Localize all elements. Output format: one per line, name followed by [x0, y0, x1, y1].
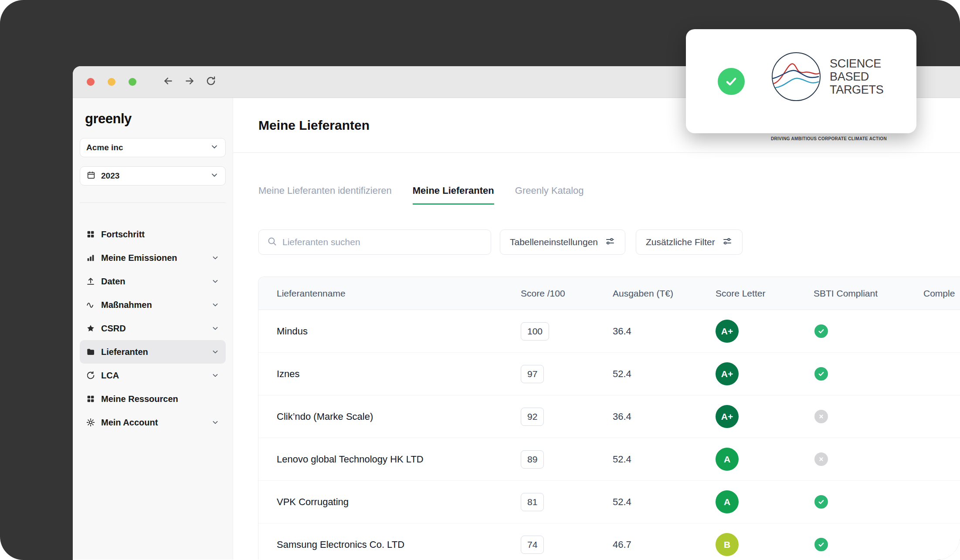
sbti-check-icon [814, 495, 828, 509]
sidebar-item-label: Meine Emissionen [101, 253, 177, 263]
sbti-x-icon [814, 410, 828, 423]
tab-meine-lieferanten-identifizieren[interactable]: Meine Lieferanten identifizieren [258, 185, 392, 205]
extra-filters-label: Zusätzliche Filter [646, 237, 715, 247]
sidebar-item-massnahmen[interactable]: Maßnahmen [80, 293, 226, 317]
sidebar-item-label: Lieferanten [101, 347, 148, 357]
sidebar-item-meine-emissionen[interactable]: Meine Emissionen [80, 246, 226, 270]
folder-icon [86, 347, 95, 357]
star-icon [86, 324, 95, 333]
sbti-check-icon [814, 538, 828, 551]
sidebar-item-label: Daten [101, 277, 126, 287]
sidebar-item-label: Mein Account [101, 418, 158, 428]
spend-value: 36.4 [613, 411, 716, 422]
sidebar-item-label: Maßnahmen [101, 300, 152, 310]
tab-bar: Meine Lieferanten identifizieren Meine L… [258, 185, 960, 205]
table-header-row: Lieferantenname Score /100 Ausgaben (T€)… [258, 277, 960, 310]
supplier-name: Samsung Electronics Co. LTD [277, 539, 521, 550]
table-row[interactable]: VPK Corrugating 81 52.4 A [258, 481, 960, 523]
table-row[interactable]: Lenovo global Technology HK LTD 89 52.4 … [258, 438, 960, 481]
score-letter-badge: A [716, 448, 739, 471]
sidebar-item-label: Meine Ressourcen [101, 394, 178, 404]
sidebar-item-lieferanten[interactable]: Lieferanten [80, 340, 226, 364]
search-icon [267, 236, 277, 248]
chevron-down-icon [210, 142, 219, 153]
forward-icon[interactable] [184, 75, 195, 88]
sidebar-item-label: Fortschritt [101, 229, 145, 240]
supplier-name: VPK Corrugating [277, 496, 521, 508]
company-selector-value: Acme inc [86, 143, 204, 152]
table-row[interactable]: Mindus 100 36.4 A+ [258, 310, 960, 353]
window-close-button[interactable] [87, 78, 95, 86]
table-toolbar: Tabelleneinstellungen Zusätzliche Filter [258, 229, 960, 255]
greenly-logo: greenly [85, 111, 226, 127]
tab-meine-lieferanten[interactable]: Meine Lieferanten [413, 185, 494, 205]
supplier-name: Iznes [277, 368, 521, 380]
sidebar-item-label: LCA [101, 371, 119, 381]
score-chip: 74 [521, 536, 544, 554]
score-chip: 100 [521, 322, 549, 341]
window-controls [87, 78, 136, 86]
table-settings-label: Tabelleneinstellungen [510, 237, 598, 247]
spend-value: 36.4 [613, 326, 716, 337]
upload-icon [86, 277, 95, 286]
tab-greenly-katalog[interactable]: Greenly Katalog [515, 185, 584, 205]
dashboard-grid-icon [86, 394, 95, 404]
gear-icon [86, 418, 95, 427]
sidebar-item-label: CSRD [101, 324, 126, 334]
table-settings-button[interactable]: Tabelleneinstellungen [500, 229, 625, 255]
window-zoom-button[interactable] [129, 78, 136, 86]
sbti-check-icon [814, 367, 828, 381]
chevron-down-icon [211, 347, 220, 356]
chevron-down-icon [211, 418, 220, 427]
table-row[interactable]: Samsung Electronics Co. LTD 74 46.7 B [258, 523, 960, 560]
sidebar-nav: Fortschritt Meine Emissionen Daten [80, 223, 226, 434]
sidebar-item-fortschritt[interactable]: Fortschritt [80, 223, 226, 246]
sbti-x-icon [814, 452, 828, 466]
sidebar-item-daten[interactable]: Daten [80, 270, 226, 293]
sidebar: greenly Acme inc 2023 Fortschritt [73, 98, 233, 560]
sidebar-item-lca[interactable]: LCA [80, 364, 226, 387]
window-minimize-button[interactable] [108, 78, 115, 86]
score-letter-badge: A+ [716, 405, 739, 428]
company-selector[interactable]: Acme inc [80, 138, 226, 157]
chevron-down-icon [211, 277, 220, 286]
dashboard-grid-icon [86, 229, 95, 239]
refresh-icon[interactable] [205, 75, 217, 88]
column-header-completeness: Comple [923, 288, 960, 299]
bar-chart-icon [86, 253, 95, 263]
extra-filters-button[interactable]: Zusätzliche Filter [636, 229, 743, 255]
score-letter-badge: B [716, 533, 739, 556]
column-header-score-letter: Score Letter [716, 288, 814, 299]
score-letter-badge: A+ [716, 320, 739, 343]
score-chip: 92 [521, 408, 544, 426]
chevron-down-icon [211, 371, 220, 380]
sbti-check-icon [814, 324, 828, 338]
chevron-down-icon [211, 253, 220, 262]
sidebar-item-meine-ressourcen[interactable]: Meine Ressourcen [80, 387, 226, 411]
sliders-icon [605, 236, 615, 249]
chevron-down-icon [211, 300, 220, 309]
spend-value: 52.4 [613, 454, 716, 465]
column-header-lieferantenname: Lieferantenname [277, 288, 521, 299]
table-row[interactable]: Clik’ndo (Marke Scale) 92 36.4 A+ [258, 395, 960, 438]
year-selector[interactable]: 2023 [80, 166, 226, 186]
search-box [258, 229, 491, 255]
wave-icon [86, 300, 95, 310]
supplier-name: Mindus [277, 326, 521, 337]
sidebar-item-mein-account[interactable]: Mein Account [80, 411, 226, 434]
sliders-icon [722, 236, 733, 249]
spend-value: 46.7 [613, 539, 716, 550]
score-letter-badge: A [716, 490, 739, 513]
search-input[interactable] [282, 237, 483, 247]
column-header-score: Score /100 [521, 288, 613, 299]
table-row[interactable]: Iznes 97 52.4 A+ [258, 353, 960, 395]
spend-value: 52.4 [613, 368, 716, 380]
chevron-down-icon [211, 324, 220, 333]
back-icon[interactable] [163, 75, 174, 88]
sidebar-item-csrd[interactable]: CSRD [80, 317, 226, 340]
column-header-sbti-compliant: SBTI Compliant [814, 288, 923, 299]
sidebar-divider [80, 202, 226, 203]
spend-value: 52.4 [613, 496, 716, 508]
science-based-targets-logo-icon [770, 51, 822, 102]
desktop-background: greenly Acme inc 2023 Fortschritt [0, 0, 960, 560]
